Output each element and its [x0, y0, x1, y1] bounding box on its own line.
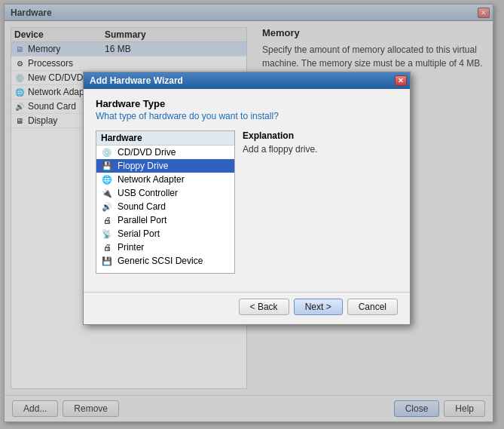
list-item[interactable]: 💾 Floppy Drive — [96, 159, 234, 173]
list-item[interactable]: 🌐 Network Adapter — [96, 173, 234, 186]
item-label: Printer — [118, 242, 144, 253]
item-label: CD/DVD Drive — [118, 147, 176, 158]
scsi-icon: 💾 — [101, 256, 113, 266]
dialog-close-button[interactable]: ✕ — [395, 75, 407, 86]
item-label: Floppy Drive — [118, 161, 168, 171]
floppy-icon: 💾 — [101, 161, 113, 171]
hardware-list: Hardware 💿 CD/DVD Drive 💾 Floppy Drive 🌐… — [96, 130, 235, 274]
list-item[interactable]: 💾 Generic SCSI Device — [96, 254, 234, 268]
serial-port-icon: 📡 — [101, 229, 113, 239]
list-item[interactable]: 🔌 USB Controller — [96, 186, 234, 200]
back-button[interactable]: < Back — [239, 299, 289, 315]
dialog-columns: Hardware 💿 CD/DVD Drive 💾 Floppy Drive 🌐… — [96, 130, 398, 274]
dialog-section-title: Hardware Type — [96, 98, 398, 109]
item-label: Generic SCSI Device — [118, 256, 203, 266]
dialog-title: Add Hardware Wizard — [87, 75, 183, 86]
list-item[interactable]: 🖨 Printer — [96, 241, 234, 254]
item-label: Sound Card — [118, 201, 166, 212]
hardware-list-header: Hardware — [96, 131, 234, 146]
list-item[interactable]: 🔊 Sound Card — [96, 200, 234, 213]
sound-card-icon: 🔊 — [101, 202, 113, 212]
item-label: Serial Port — [118, 228, 160, 239]
printer-icon: 🖨 — [101, 243, 113, 252]
dialog-overlay: Add Hardware Wizard ✕ Hardware Type What… — [0, 0, 504, 429]
explanation-panel: Explanation Add a floppy drive. — [243, 130, 398, 274]
list-item[interactable]: 💿 CD/DVD Drive — [96, 146, 234, 159]
network-adapter-icon: 🌐 — [101, 175, 113, 185]
explanation-text: Add a floppy drive. — [243, 144, 398, 155]
list-item[interactable]: 🖨 Parallel Port — [96, 213, 234, 227]
dialog-bottom: < Back Next > Cancel — [84, 292, 410, 324]
cancel-button[interactable]: Cancel — [347, 299, 398, 315]
item-label: Network Adapter — [118, 174, 185, 185]
next-button[interactable]: Next > — [294, 299, 343, 315]
dialog-body: Hardware Type What type of hardware do y… — [84, 89, 410, 292]
dialog-section-subtitle: What type of hardware do you want to ins… — [96, 111, 398, 121]
add-hardware-dialog: Add Hardware Wizard ✕ Hardware Type What… — [83, 72, 411, 325]
dialog-titlebar: Add Hardware Wizard ✕ — [84, 72, 410, 89]
item-label: USB Controller — [118, 188, 178, 198]
usb-icon: 🔌 — [101, 188, 113, 198]
cdrom-icon: 💿 — [101, 148, 113, 158]
list-item[interactable]: 📡 Serial Port — [96, 227, 234, 241]
parallel-port-icon: 🖨 — [101, 216, 113, 225]
item-label: Parallel Port — [118, 215, 166, 225]
explanation-header: Explanation — [243, 130, 398, 141]
